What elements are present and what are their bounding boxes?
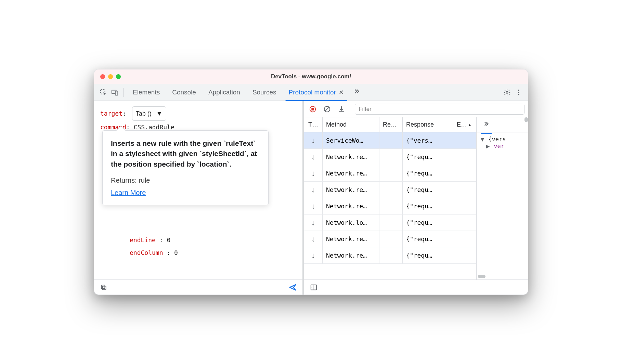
settings-gear-icon[interactable] — [501, 87, 513, 98]
close-tab-icon[interactable]: ✕ — [339, 89, 344, 96]
param-line: endLine : 0 — [130, 234, 296, 246]
row-method: Network.re… — [323, 182, 379, 198]
table-row[interactable]: ↓Network.re…{"requ… — [304, 182, 476, 198]
table-row[interactable]: ↓Network.lo…{"requ… — [304, 214, 476, 231]
row-direction: ↓ — [304, 182, 323, 198]
scrollbar[interactable] — [524, 117, 528, 122]
detail-inspector: ▼ {vers ▶ ver — [477, 117, 528, 280]
row-elapsed — [453, 198, 471, 214]
row-elapsed — [453, 149, 471, 165]
param-line: endColumn : 0 — [130, 247, 296, 259]
table-row[interactable]: ↓Network.re…{"requ… — [304, 231, 476, 247]
more-tabs-icon[interactable] — [350, 88, 363, 97]
row-direction: ↓ — [304, 214, 323, 231]
row-method: ServiceWo… — [323, 132, 379, 148]
device-toolbar-icon[interactable] — [109, 87, 121, 98]
col-response-header[interactable]: Response — [403, 117, 453, 132]
row-elapsed — [453, 132, 471, 148]
row-direction: ↓ — [304, 247, 323, 263]
svg-rect-2 — [115, 91, 118, 95]
col-type-header[interactable]: T… — [304, 117, 323, 132]
titlebar: DevTools - www.google.com/ — [94, 69, 528, 84]
table-row[interactable]: ↓ServiceWo…{"vers… — [304, 132, 476, 149]
svg-point-6 — [518, 94, 519, 95]
svg-point-3 — [506, 91, 508, 93]
window-close-button[interactable] — [100, 74, 105, 79]
target-select[interactable]: Tab () ▼ — [132, 106, 166, 121]
row-elapsed — [453, 165, 471, 181]
col-request-header[interactable]: Re… — [379, 117, 403, 132]
filter-input[interactable] — [355, 104, 524, 115]
command-tooltip: Inserts a new rule with the given `ruleT… — [102, 130, 269, 205]
tree-root: {vers — [488, 136, 506, 143]
command-editor[interactable]: target: Tab () ▼ command: CSS.addRule In… — [94, 101, 302, 280]
row-direction: ↓ — [304, 165, 323, 181]
row-method: Network.re… — [323, 198, 379, 214]
copy-icon[interactable] — [99, 283, 108, 292]
inspect-element-icon[interactable] — [98, 87, 109, 98]
clear-button[interactable] — [322, 104, 332, 114]
window-title: DevTools - www.google.com/ — [94, 73, 528, 80]
protocol-log-pane: T… Method Re… Response E…▲ ↓ServiceWo…{"… — [304, 101, 528, 295]
svg-point-5 — [518, 92, 519, 93]
row-elapsed — [453, 231, 471, 247]
tabbar: ElementsConsoleApplicationSourcesProtoco… — [94, 84, 528, 101]
tab-sources[interactable]: Sources — [246, 84, 283, 101]
table-row[interactable]: ↓Network.re…{"requ… — [304, 165, 476, 182]
row-response: {"requ… — [403, 165, 453, 181]
row-request — [379, 231, 403, 247]
row-request — [379, 182, 403, 198]
tooltip-returns: Returns: rule — [111, 176, 260, 185]
param-value: 0 — [167, 236, 170, 244]
caret-down-icon: ▼ — [156, 108, 163, 119]
tab-label: Protocol monitor — [289, 89, 336, 96]
record-button[interactable] — [308, 104, 318, 114]
tab-application[interactable]: Application — [202, 84, 246, 101]
row-response: {"requ… — [403, 198, 453, 214]
table-row[interactable]: ↓Network.re…{"requ… — [304, 198, 476, 214]
window-minimize-button[interactable] — [108, 74, 113, 79]
divider — [124, 88, 124, 97]
toggle-sidebar-icon[interactable] — [309, 283, 319, 292]
log-toolbar — [304, 101, 528, 117]
row-elapsed — [453, 214, 471, 231]
more-menu-icon[interactable] — [513, 87, 524, 98]
tab-label: Elements — [133, 89, 160, 96]
tab-label: Sources — [252, 89, 276, 96]
tab-protocol-monitor[interactable]: Protocol monitor✕ — [283, 84, 350, 101]
row-direction: ↓ — [304, 231, 323, 247]
param-name: endLine — [130, 236, 156, 244]
tooltip-description: Inserts a new rule with the given `ruleT… — [111, 138, 260, 169]
inspector-more-tabs-icon[interactable] — [480, 119, 492, 130]
row-response: {"requ… — [403, 182, 453, 198]
col-elapsed-header[interactable]: E…▲ — [453, 117, 471, 132]
row-direction: ↓ — [304, 149, 323, 165]
row-response: {"requ… — [403, 247, 453, 263]
scrollbar[interactable] — [478, 275, 485, 278]
tab-console[interactable]: Console — [166, 84, 202, 101]
download-button[interactable] — [336, 104, 347, 114]
tree-prop: ver — [494, 143, 504, 150]
command-value: CSS.addRule — [134, 124, 174, 131]
param-name: endColumn — [130, 249, 163, 256]
learn-more-link[interactable]: Learn More — [111, 189, 146, 196]
send-command-button[interactable] — [288, 283, 298, 292]
main-area: target: Tab () ▼ command: CSS.addRule In… — [94, 101, 528, 295]
caret-down-icon[interactable]: ▼ — [481, 136, 485, 143]
inspector-body[interactable]: ▼ {vers ▶ ver — [477, 132, 528, 280]
svg-rect-7 — [103, 286, 106, 289]
editor-footer — [94, 280, 302, 295]
col-method-header[interactable]: Method — [323, 117, 379, 132]
window-zoom-button[interactable] — [116, 74, 121, 79]
command-editor-pane: target: Tab () ▼ command: CSS.addRule In… — [94, 101, 304, 295]
devtools-window: DevTools - www.google.com/ ElementsConso… — [94, 69, 528, 295]
row-request — [379, 198, 403, 214]
log-footer — [304, 280, 528, 295]
caret-right-icon[interactable]: ▶ — [486, 143, 490, 150]
inspector-tabs — [477, 117, 528, 132]
row-method: Network.re… — [323, 149, 379, 165]
table-row[interactable]: ↓Network.re…{"requ… — [304, 149, 476, 165]
table-row[interactable]: ↓Network.re…{"requ… — [304, 247, 476, 264]
row-request — [379, 165, 403, 181]
tab-elements[interactable]: Elements — [127, 84, 166, 101]
